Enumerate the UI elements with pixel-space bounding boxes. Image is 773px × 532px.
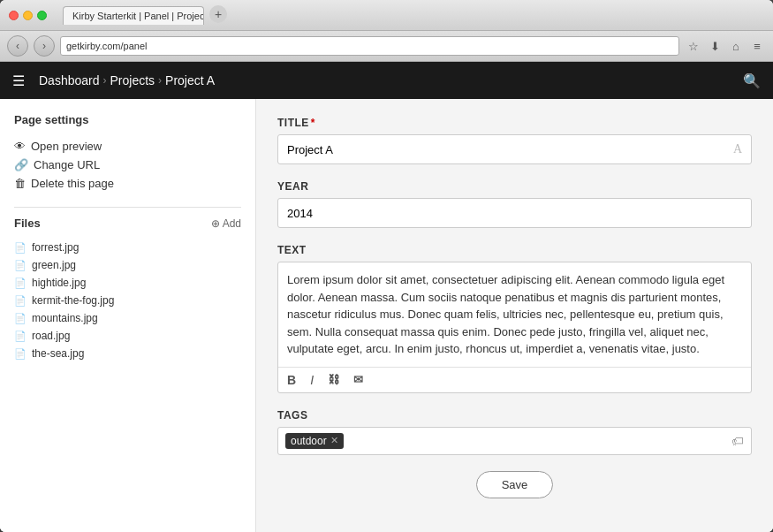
text-content[interactable]: Lorem ipsum dolor sit amet, consectetuer… xyxy=(278,262,751,367)
files-list: 📄 forrest.jpg 📄 green.jpg 📄 hightide.jpg… xyxy=(14,239,241,362)
title-text-input[interactable] xyxy=(287,143,733,156)
forward-button[interactable]: › xyxy=(34,35,55,57)
list-item[interactable]: 📄 mountains.jpg xyxy=(14,309,241,327)
sidebar-section-title: Page settings xyxy=(14,113,241,126)
file-name: mountains.jpg xyxy=(32,312,98,324)
minimize-button[interactable] xyxy=(23,11,33,20)
year-label: Year xyxy=(277,180,752,193)
year-text-input[interactable] xyxy=(287,207,742,220)
breadcrumb-projects[interactable]: Projects xyxy=(110,73,155,87)
file-icon: 📄 xyxy=(14,260,27,271)
breadcrumb-current: Project A xyxy=(165,73,215,87)
traffic-lights xyxy=(9,11,47,20)
link-tool[interactable]: ⛓ xyxy=(328,373,339,386)
text-textarea[interactable]: Lorem ipsum dolor sit amet, consectetuer… xyxy=(277,262,752,393)
browser-tabs: Kirby Starterkit | Panel | Project... ✕ … xyxy=(63,5,764,25)
browser-toolbar: ‹ › getkirby.com/panel ☆ ⬇ ⌂ ≡ xyxy=(0,31,773,62)
maximize-button[interactable] xyxy=(37,11,47,20)
breadcrumb-sep-1: › xyxy=(103,74,107,87)
italic-tool[interactable]: I xyxy=(310,373,314,387)
file-icon: 📄 xyxy=(14,348,27,360)
title-label: Title* xyxy=(277,117,752,129)
home-icon[interactable]: ⌂ xyxy=(727,37,745,55)
add-files-button[interactable]: ⊕ Add xyxy=(211,217,241,230)
browser-titlebar: Kirby Starterkit | Panel | Project... ✕ … xyxy=(0,0,773,31)
sidebar-menu: 👁 Open preview 🔗 Change URL 🗑 Delete thi… xyxy=(14,137,241,193)
list-item[interactable]: 📄 road.jpg xyxy=(14,327,241,345)
tags-icon: 🏷 xyxy=(731,434,744,448)
link-icon: 🔗 xyxy=(14,158,28,171)
app-body: Page settings 👁 Open preview 🔗 Change UR… xyxy=(0,99,773,532)
sidebar-item-preview[interactable]: 👁 Open preview xyxy=(14,137,241,156)
delete-icon: 🗑 xyxy=(14,177,26,190)
list-item[interactable]: 📄 kermit-the-fog.jpg xyxy=(14,292,241,309)
add-label: Add xyxy=(223,217,241,230)
file-icon: 📄 xyxy=(14,313,27,324)
breadcrumb-dashboard[interactable]: Dashboard xyxy=(39,73,100,87)
required-star: * xyxy=(311,117,315,129)
tab-title: Kirby Starterkit | Panel | Project... xyxy=(72,11,204,21)
add-icon: ⊕ xyxy=(211,217,220,230)
list-item[interactable]: 📄 forrest.jpg xyxy=(14,239,241,256)
title-input[interactable]: A xyxy=(277,134,752,164)
tag-value: outdoor xyxy=(291,435,327,447)
email-tool[interactable]: ✉ xyxy=(353,373,363,386)
file-name: kermit-the-fog.jpg xyxy=(32,294,114,307)
list-item[interactable]: 📄 hightide.jpg xyxy=(14,274,241,292)
tags-input[interactable]: outdoor ✕ 🏷 xyxy=(277,427,752,455)
delete-label: Delete this page xyxy=(31,177,114,190)
active-tab[interactable]: Kirby Starterkit | Panel | Project... ✕ xyxy=(63,6,204,25)
title-field-group: Title* A xyxy=(277,117,752,164)
text-field-group: Text Lorem ipsum dolor sit amet, consect… xyxy=(277,244,752,393)
close-button[interactable] xyxy=(9,11,19,20)
bold-tool[interactable]: B xyxy=(287,373,296,387)
file-icon: 📄 xyxy=(14,277,27,289)
file-icon: 📄 xyxy=(14,242,27,254)
tag-remove-button[interactable]: ✕ xyxy=(330,435,338,446)
toolbar-icons: ☆ ⬇ ⌂ ≡ xyxy=(685,37,766,55)
tags-label: Tags xyxy=(277,409,752,422)
year-input-wrapper[interactable] xyxy=(277,198,752,228)
app-header: ☰ Dashboard › Projects › Project A 🔍 xyxy=(0,62,773,99)
breadcrumb-sep-2: › xyxy=(158,74,162,87)
file-icon: 📄 xyxy=(14,295,27,307)
file-name: road.jpg xyxy=(32,330,70,342)
year-field-group: Year xyxy=(277,180,752,228)
file-name: the-sea.jpg xyxy=(32,347,84,360)
file-name: forrest.jpg xyxy=(32,241,79,254)
file-name: green.jpg xyxy=(32,259,76,271)
textarea-toolbar: B I ⛓ ✉ xyxy=(278,367,751,392)
files-title: Files xyxy=(14,217,41,230)
hamburger-button[interactable]: ☰ xyxy=(12,72,25,89)
preview-icon: 👁 xyxy=(14,140,26,153)
tag-outdoor: outdoor ✕ xyxy=(285,433,344,449)
breadcrumb: Dashboard › Projects › Project A xyxy=(39,73,743,87)
files-header: Files ⊕ Add xyxy=(14,217,241,230)
save-button[interactable]: Save xyxy=(476,471,554,498)
text-label: Text xyxy=(277,244,752,256)
search-button[interactable]: 🔍 xyxy=(743,72,761,89)
back-button[interactable]: ‹ xyxy=(7,35,28,57)
sidebar: Page settings 👁 Open preview 🔗 Change UR… xyxy=(0,99,256,532)
sidebar-divider xyxy=(14,207,241,208)
change-url-label: Change URL xyxy=(34,158,100,171)
address-text: getkirby.com/panel xyxy=(66,41,148,51)
file-name: hightide.jpg xyxy=(32,277,86,289)
file-icon: 📄 xyxy=(14,331,27,342)
download-icon[interactable]: ⬇ xyxy=(706,37,724,55)
menu-icon[interactable]: ≡ xyxy=(748,37,766,55)
bookmark-icon[interactable]: ☆ xyxy=(685,37,702,55)
tags-field-group: Tags outdoor ✕ 🏷 xyxy=(277,409,752,455)
list-item[interactable]: 📄 the-sea.jpg xyxy=(14,345,241,362)
save-button-wrapper: Save xyxy=(277,471,752,498)
app: ☰ Dashboard › Projects › Project A 🔍 Pag… xyxy=(0,62,773,532)
preview-label: Open preview xyxy=(31,140,102,153)
sidebar-item-change-url[interactable]: 🔗 Change URL xyxy=(14,156,241,174)
address-bar[interactable]: getkirby.com/panel xyxy=(60,36,679,56)
font-icon: A xyxy=(733,142,742,156)
list-item[interactable]: 📄 green.jpg xyxy=(14,256,241,274)
sidebar-item-delete[interactable]: 🗑 Delete this page xyxy=(14,174,241,193)
new-tab-button[interactable]: + xyxy=(209,5,227,23)
main-content: Title* A Year Text xyxy=(256,99,773,532)
